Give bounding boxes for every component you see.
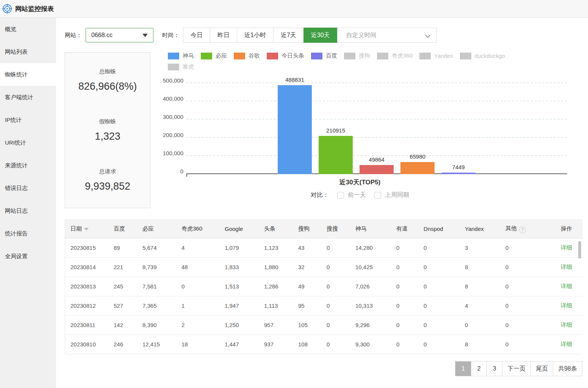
column-header-Yandex: Yandex bbox=[460, 220, 500, 238]
table-cell: 937 bbox=[259, 335, 293, 354]
chart-title: 近30天(TOP5) bbox=[168, 178, 552, 187]
sort-caret-icon[interactable] bbox=[84, 228, 89, 231]
table-cell: 0 bbox=[418, 335, 460, 354]
chart-area: 神马必应谷歌今日头条百度搜狗奇虎360Yandexduckduckgo雅虎 01… bbox=[168, 52, 582, 208]
custom-time-label: 自定义时间 bbox=[346, 32, 377, 38]
legend-item[interactable]: 奇虎360 bbox=[377, 52, 413, 59]
sidebar-item-5[interactable]: URI统计 bbox=[0, 131, 56, 154]
table-cell: 8,390 bbox=[137, 315, 176, 335]
legend-swatch bbox=[311, 53, 322, 59]
table-cell: 0 bbox=[391, 257, 418, 277]
legend-swatch bbox=[234, 53, 245, 59]
table-cell: 0 bbox=[418, 296, 460, 315]
sidebar-item-4[interactable]: IP统计 bbox=[0, 109, 56, 131]
column-header-Dnspod: Dnspod bbox=[418, 220, 460, 238]
sidebar-item-3[interactable]: 客户端统计 bbox=[0, 86, 56, 109]
legend-item[interactable]: 谷歌 bbox=[234, 52, 260, 59]
y-axis-tick-label: 200,000 bbox=[163, 132, 183, 138]
legend-item[interactable]: 搜狗 bbox=[344, 52, 370, 59]
detail-link[interactable]: 详细 bbox=[561, 244, 572, 251]
legend-label: 神马 bbox=[183, 52, 194, 59]
legend-item[interactable]: 雅虎 bbox=[168, 63, 194, 70]
stat-value: 826,966(8%) bbox=[65, 81, 150, 92]
sidebar-item-7[interactable]: 错误日志 bbox=[0, 177, 56, 199]
table-cell: 8 bbox=[460, 257, 500, 277]
page-button-2[interactable]: 2 bbox=[471, 362, 486, 376]
last-page-button[interactable]: 尾页 bbox=[530, 362, 553, 376]
gridline bbox=[186, 137, 567, 138]
legend-item[interactable]: duckduckgo bbox=[460, 53, 505, 59]
sidebar-item-8[interactable]: 网站日志 bbox=[0, 199, 56, 222]
legend-item[interactable]: 神马 bbox=[168, 52, 194, 59]
table-cell: 9,296 bbox=[350, 315, 391, 335]
sidebar-item-6[interactable]: 来源统计 bbox=[0, 154, 56, 177]
gridline bbox=[186, 83, 567, 83]
table-cell: 18 bbox=[176, 335, 219, 354]
table-cell: 1,833 bbox=[219, 257, 259, 277]
legend-label: 百度 bbox=[326, 52, 337, 59]
legend-swatch bbox=[201, 53, 212, 59]
help-icon[interactable]: ? bbox=[519, 226, 526, 233]
sidebar-item-2[interactable]: 蜘蛛统计 bbox=[0, 63, 56, 86]
sidebar-item-0[interactable]: 概览 bbox=[0, 18, 56, 41]
page-button-3[interactable]: 3 bbox=[486, 362, 502, 376]
legend-item[interactable]: 必应 bbox=[201, 52, 227, 59]
sidebar-item-10[interactable]: 全局设置 bbox=[0, 245, 56, 268]
bar-value-label: 7449 bbox=[452, 164, 464, 170]
bar-必应 bbox=[319, 136, 353, 174]
column-header-必应: 必应 bbox=[137, 220, 176, 238]
y-axis-tick-label: 0 bbox=[180, 168, 183, 175]
time-option-1[interactable]: 昨日 bbox=[210, 28, 237, 42]
table-cell: 8,739 bbox=[137, 257, 176, 277]
detail-link[interactable]: 详细 bbox=[561, 341, 572, 347]
y-axis-tick-label: 500,000 bbox=[163, 77, 183, 84]
chart-legend: 神马必应谷歌今日头条百度搜狗奇虎360Yandexduckduckgo雅虎 bbox=[168, 52, 582, 74]
time-option-3[interactable]: 近7天 bbox=[274, 28, 304, 42]
time-label: 时间： bbox=[162, 32, 179, 39]
table-cell: 2 bbox=[176, 315, 219, 335]
table-cell: 10,425 bbox=[350, 257, 391, 277]
page-title: 网站监控报表 bbox=[15, 5, 54, 13]
column-header-头条: 头条 bbox=[259, 220, 293, 238]
next-page-button[interactable]: 下一页 bbox=[502, 362, 530, 376]
time-option-0[interactable]: 今日 bbox=[183, 28, 210, 42]
table-cell: 8 bbox=[460, 277, 500, 296]
scrollbar-thumb[interactable] bbox=[578, 241, 581, 259]
table-cell: 0 bbox=[418, 277, 460, 296]
time-option-4[interactable]: 近30天 bbox=[303, 28, 338, 43]
table-cell: 1,880 bbox=[259, 257, 293, 277]
legend-swatch bbox=[267, 53, 278, 59]
detail-link[interactable]: 详细 bbox=[561, 302, 572, 309]
column-header-奇虎360: 奇虎360 bbox=[176, 220, 219, 238]
sidebar-item-1[interactable]: 网站列表 bbox=[0, 41, 56, 63]
table-cell: 0 bbox=[418, 315, 460, 335]
page-button-1[interactable]: 1 bbox=[455, 362, 471, 376]
time-option-2[interactable]: 近1小时 bbox=[237, 28, 274, 42]
detail-link[interactable]: 详细 bbox=[561, 321, 572, 328]
column-header-操作: 操作 bbox=[555, 220, 583, 238]
detail-link[interactable]: 详细 bbox=[561, 263, 572, 270]
table-cell: 10,313 bbox=[350, 296, 391, 315]
column-header-神马: 神马 bbox=[350, 220, 391, 238]
custom-time-select[interactable]: 自定义时间 bbox=[337, 28, 436, 42]
y-axis-tick-label: 100,000 bbox=[163, 150, 183, 156]
sidebar-item-9[interactable]: 统计报告 bbox=[0, 222, 56, 245]
legend-item[interactable]: 百度 bbox=[311, 52, 337, 59]
site-select[interactable]: 0668.cc bbox=[86, 28, 153, 42]
table-cell: 108 bbox=[293, 335, 321, 354]
compare-checkbox-1[interactable] bbox=[374, 192, 381, 199]
legend-item[interactable]: Yandex bbox=[419, 53, 453, 59]
table-cell: 1,947 bbox=[219, 296, 259, 315]
table-row: 2023081024612,415181,44793710809,3000080… bbox=[65, 335, 583, 354]
table-cell: 0 bbox=[176, 277, 219, 296]
compare-checkbox-0[interactable] bbox=[337, 192, 344, 199]
table-cell: 0 bbox=[321, 335, 350, 354]
detail-link[interactable]: 详细 bbox=[561, 283, 572, 289]
stat-block-2: 总请求9,939,852 bbox=[65, 155, 150, 205]
legend-item[interactable]: 今日头条 bbox=[267, 52, 304, 59]
column-header-日期[interactable]: 日期 bbox=[65, 220, 108, 238]
stat-label: 总请求 bbox=[65, 168, 150, 175]
table-cell: 49 bbox=[293, 277, 321, 296]
table-cell: 9,300 bbox=[350, 335, 391, 354]
table-cell: 0 bbox=[321, 277, 350, 296]
